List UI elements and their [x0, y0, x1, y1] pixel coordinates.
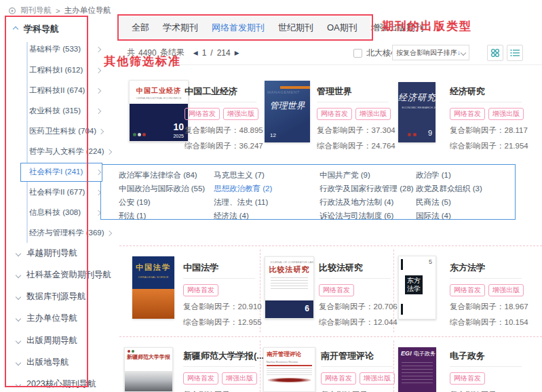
journal-title[interactable]: 东方法学 [450, 262, 530, 274]
flyout-item[interactable]: 政治军事法律综合 (84) [119, 168, 205, 182]
cover-issue: 6 [305, 304, 309, 313]
journal-title[interactable]: 新疆师范大学学报(... [183, 350, 263, 362]
journal-title[interactable]: 经济研究 [450, 85, 530, 98]
grid-view-icon [490, 48, 500, 58]
flyout-item[interactable]: 经济法 (4) [214, 209, 272, 222]
journal-title[interactable]: 中国工业经济 [185, 85, 265, 98]
list-view-button[interactable] [507, 45, 523, 61]
sidebar-item-publish-cycle[interactable]: 出版周期导航 [16, 335, 77, 347]
journal-cover[interactable]: JOURNAL OF COMPARATIVE LAW 比较法研究 6 [265, 256, 314, 319]
title-divider [185, 102, 256, 102]
cover-subtitle: MANAGEMENT [267, 90, 300, 94]
cover-art [271, 277, 308, 291]
sidebar-header-subject-nav[interactable]: 学科导航 [14, 23, 59, 35]
flyout-item[interactable]: 行政法及地方法制 (4) [320, 195, 414, 209]
sidebar-item-excellent-journals[interactable]: 卓越期刊导航 [16, 248, 77, 259]
flyout-item[interactable]: 马克思主义 (7) [214, 168, 272, 182]
sidebar-item-engineering-2[interactable]: 工程科技II (674) [29, 85, 100, 96]
flyout-item[interactable]: 政治学 (1) [416, 168, 482, 182]
location-pin-icon [8, 7, 16, 15]
journal-cover[interactable]: 新疆师范大学学报 [124, 347, 173, 392]
journal-title[interactable]: 管理世界 [317, 85, 397, 98]
sidebar-indent-line [26, 42, 28, 243]
flyout-item[interactable]: 刑法 (1) [119, 209, 205, 222]
flyout-item[interactable]: 政党及群众组织 (3) [416, 182, 482, 195]
tab-enhanced[interactable]: 增强出版期刊 [371, 22, 424, 34]
flyout-item[interactable]: 诉讼法与司法制度 (6) [320, 209, 414, 222]
composite-impact-factor: 复合影响因子：37.304 [317, 125, 397, 136]
sidebar-item-medicine-health[interactable]: 医药卫生科技 (704) [29, 125, 100, 137]
sidebar-item-info-tech[interactable]: 信息科技 (308) [29, 207, 100, 218]
cover-title: 比较法研究 [265, 264, 313, 275]
flyout-item[interactable]: 行政学及国家行政管理 (28) [320, 182, 414, 195]
cover-title: 新疆师范大学学报 [125, 353, 172, 361]
sidebar-item-economics-management[interactable]: 经济与管理科学 (369) [29, 227, 100, 239]
composite-impact-factor: 复合影响因子：18.967 [450, 302, 530, 312]
tab-all[interactable]: 全部 [132, 22, 149, 34]
tag-online-first: 网络首发 [185, 108, 220, 120]
journal-cover[interactable]: 南开管理评论 Nankai Business Review [263, 347, 315, 392]
cover-art [401, 259, 403, 270]
next-page-button[interactable]: ▶ [235, 50, 239, 56]
flyout-item[interactable]: 公安 (19) [119, 195, 205, 209]
comprehensive-impact-factor: 综合影响因子：10.154 [450, 317, 530, 328]
journal-cover[interactable]: 中国工业经济 CHINA INDUSTRIAL ECONOMICS 10 202… [129, 80, 189, 142]
journal-cover[interactable]: 中国法学 CHINA LEGAL SCIENCE [132, 256, 174, 319]
chevron-right-icon [96, 46, 101, 52]
sidebar-item-ssfund-journals[interactable]: 社科基金资助期刊导航 [16, 269, 111, 281]
sidebar-item-core-2023[interactable]: 2023核心期刊导航 [16, 378, 96, 390]
sidebar-item-social-science-2[interactable]: 社会科学II (677) [29, 187, 100, 198]
breadcrumb-separator: > [56, 7, 60, 15]
cover-title: 经济研究 [398, 92, 435, 104]
flyout-item-active[interactable]: 思想政治教育 (2) [214, 182, 272, 195]
tab-century[interactable]: 世纪期刊 [278, 22, 313, 34]
comprehensive-impact-factor: 综合影响因子：12.044 [319, 317, 399, 328]
journal-cover[interactable]: 经济研究 ECONOMIC RESEARCH JOURNAL 9 [398, 82, 435, 142]
sort-dropdown[interactable]: 按复合影响因子排序 ↓ [392, 45, 469, 60]
sidebar-item-philosophy-humanities[interactable]: 哲学与人文科学 (224) [29, 146, 100, 157]
sidebar-item-agriculture[interactable]: 农业科技 (315) [29, 105, 100, 117]
pku-core-checkbox[interactable] [353, 49, 362, 58]
flyout-item[interactable]: 国际法 (4) [416, 209, 482, 222]
tag-enhanced: 增强出版 [488, 284, 524, 296]
title-divider [450, 102, 522, 102]
chevron-down-icon [16, 294, 21, 299]
result-count: 4490 [138, 48, 157, 58]
flyout-item[interactable]: 中国政治与国际政治 (55) [119, 182, 205, 195]
journal-cover[interactable]: EG! 电子政务 [398, 347, 436, 392]
sidebar-item-publish-place[interactable]: 出版地导航 [16, 357, 69, 368]
sidebar-item-database-source[interactable]: 数据库刊源导航 [16, 291, 86, 302]
cover-subtitle: ECONOMIC RESEARCH JOURNAL [402, 106, 432, 109]
journal-title[interactable]: 电子政务 [450, 350, 530, 362]
flyout-item[interactable]: 法理、法史 (11) [214, 195, 272, 209]
sidebar-item-sponsor-unit[interactable]: 主办单位导航 [16, 313, 77, 324]
flyout-item[interactable]: 中国共产党 (9) [320, 168, 414, 182]
cover-issue: 9 [428, 129, 432, 137]
flyout-item[interactable]: 民商法 (5) [416, 195, 482, 209]
cover-dots [408, 133, 417, 136]
tab-academic[interactable]: 学术期刊 [163, 22, 198, 34]
title-divider [319, 278, 391, 279]
sidebar-item-basic-science[interactable]: 基础科学 (533) [29, 43, 100, 55]
journal-title[interactable]: 比较法研究 [319, 262, 399, 274]
tag-online-first: 网络首发 [321, 372, 356, 385]
tab-oa[interactable]: OA期刊 [327, 22, 357, 34]
title-divider [321, 366, 393, 367]
tag-online-first: 网络首发 [183, 372, 218, 385]
journal-title[interactable]: 南开管理评论 [321, 350, 401, 362]
chevron-right-icon [96, 169, 101, 174]
current-page: 1 [202, 48, 207, 58]
composite-impact-factor: 复合影响因子：20.910 [183, 302, 263, 312]
cover-art [125, 371, 172, 391]
chevron-down-icon [16, 381, 21, 387]
breadcrumb-journal-nav[interactable]: 期刊导航 [20, 5, 52, 16]
journal-cover[interactable]: 5 东方法学 [398, 256, 436, 319]
journal-cover[interactable]: MANAGEMENT 管理世界 12 [265, 81, 310, 142]
journal-title[interactable]: 中国法学 [183, 262, 263, 274]
prev-page-button[interactable]: ◀ [193, 50, 198, 56]
tab-online-first[interactable]: 网络首发期刊 [212, 22, 265, 34]
sidebar-item-social-science-1[interactable]: 社会科学I (241) [29, 166, 100, 178]
cover-subtitle: JOURNAL OF COMPARATIVE LAW [270, 260, 309, 264]
sidebar-item-engineering-1[interactable]: 工程科技I (612) [29, 64, 100, 76]
grid-view-button[interactable] [487, 45, 503, 61]
